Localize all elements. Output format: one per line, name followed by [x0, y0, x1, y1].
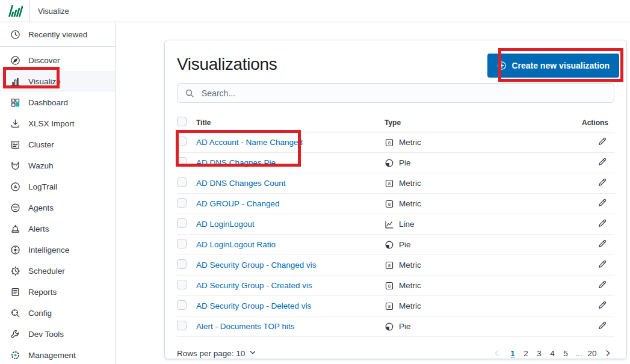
create-new-visualization-button[interactable]: Create new visualization	[487, 54, 619, 78]
metric-icon: 8	[384, 179, 394, 188]
pie-icon	[384, 158, 394, 168]
row-checkbox[interactable]	[177, 321, 187, 330]
sidebar-item-dashboard[interactable]: Dashboard	[0, 92, 115, 113]
sidebar-item-label: LogTrail	[28, 182, 57, 191]
row-checkbox[interactable]	[177, 177, 187, 187]
sidebar-item-label: Discover	[28, 56, 60, 65]
row-checkbox[interactable]	[177, 259, 187, 269]
edit-button[interactable]	[596, 217, 608, 231]
scheduler-icon	[10, 266, 20, 276]
column-header-type[interactable]: Type	[384, 119, 566, 127]
sidebar-item-scheduler[interactable]: Scheduler	[0, 261, 115, 282]
globe-icon	[10, 245, 20, 255]
page-number-3[interactable]: 3	[533, 346, 546, 360]
reports-icon	[10, 287, 20, 297]
visualization-title-link[interactable]: AD GROUP - Changed	[196, 199, 280, 208]
visualization-title-link[interactable]: AD Security Group - Deleted vis	[196, 301, 311, 310]
page-number-5[interactable]: 5	[559, 346, 572, 360]
row-checkbox[interactable]	[177, 218, 187, 228]
search-icon	[185, 88, 194, 98]
chevron-down-icon	[249, 348, 257, 359]
visualization-title-link[interactable]: AD Security Group - Changed vis	[196, 261, 317, 270]
visualization-title-link[interactable]: AD Account - Name Changed	[196, 138, 303, 147]
sidebar-item-management[interactable]: Management	[0, 345, 115, 364]
sidebar-item-visualize[interactable]: Visualize	[0, 71, 115, 92]
edit-button[interactable]	[596, 176, 608, 190]
topbar-divider	[29, 0, 30, 22]
pencil-icon	[598, 218, 607, 228]
page-number-2[interactable]: 2	[519, 346, 533, 360]
sidebar-item-cluster[interactable]: Cluster	[0, 134, 115, 155]
pencil-icon	[598, 157, 607, 167]
sidebar-nav: Recently viewedDiscoverVisualizeDashboar…	[0, 22, 116, 364]
edit-button[interactable]	[596, 319, 608, 333]
rows-per-page-selector[interactable]: Rows per page: 10	[177, 348, 257, 359]
select-all-checkbox[interactable]	[177, 117, 187, 126]
sidebar-item-label: Visualize	[28, 77, 61, 86]
edit-button[interactable]	[596, 197, 608, 211]
topbar-app-title: Visualize	[38, 7, 69, 16]
edit-button[interactable]	[596, 135, 608, 149]
visualization-title-link[interactable]: AD Security Group - Created vis	[196, 281, 312, 290]
sidebar-item-wazuh[interactable]: Wazuh	[0, 155, 115, 176]
table-row: AD LoginLogout RatioPie	[177, 235, 614, 255]
type-cell: 8Metric	[384, 138, 566, 147]
sidebar-item-alerts[interactable]: Alerts	[0, 218, 115, 239]
visualization-title-link[interactable]: AD LoginLogout Ratio	[196, 240, 276, 249]
sidebar-item-dev-tools[interactable]: Dev Tools	[0, 324, 115, 345]
chevron-right-icon[interactable]	[601, 349, 614, 357]
type-cell: 8Metric	[384, 179, 566, 188]
row-checkbox[interactable]	[177, 300, 187, 310]
sidebar-item-config[interactable]: Config	[0, 303, 115, 324]
search-input[interactable]	[200, 88, 607, 99]
row-checkbox[interactable]	[177, 137, 187, 146]
row-checkbox[interactable]	[177, 280, 187, 289]
visualization-title-link[interactable]: AD LoginLogout	[196, 220, 255, 229]
row-checkbox[interactable]	[177, 239, 187, 248]
edit-button[interactable]	[596, 238, 608, 251]
rows-per-page-label: Rows per page: 10	[177, 349, 245, 358]
visualization-title-link[interactable]: Alert - Documents TOP hits	[196, 322, 295, 331]
edit-button[interactable]	[596, 299, 608, 313]
chevron-left-icon[interactable]	[490, 349, 504, 357]
dashboard-icon	[10, 97, 20, 108]
download-icon	[10, 119, 20, 129]
svg-text:8: 8	[388, 283, 391, 289]
cluster-icon	[10, 140, 20, 150]
column-header-title[interactable]: Title	[196, 119, 384, 127]
sidebar-item-logtrail[interactable]: ALogTrail	[0, 176, 115, 197]
edit-button[interactable]	[596, 258, 608, 272]
sidebar-item-agents[interactable]: Agents	[0, 197, 115, 218]
table-row: AD Security Group - Changed vis8Metric	[177, 255, 614, 276]
visualization-title-link[interactable]: AD DNS Chagnes Pie	[196, 158, 276, 167]
visualization-title-link[interactable]: AD DNS Changes Count	[196, 179, 286, 188]
page-number-1[interactable]: 1	[506, 346, 519, 360]
metric-icon: 8	[384, 261, 394, 270]
sidebar-item-label: Management	[28, 351, 76, 360]
row-checkbox[interactable]	[177, 157, 187, 167]
sidebar-item-label: Alerts	[28, 224, 49, 233]
metric-icon: 8	[384, 301, 394, 311]
type-label: Pie	[399, 158, 411, 167]
edit-button[interactable]	[596, 279, 608, 292]
sidebar-item-xlsx-import[interactable]: XLSX Import	[0, 113, 115, 134]
logtrail-icon: A	[10, 182, 20, 192]
type-cell: Pie	[384, 240, 566, 250]
type-cell: 8Metric	[384, 199, 566, 209]
screen: Visualize Recently viewedDiscoverVisuali…	[0, 0, 630, 364]
edit-button[interactable]	[596, 156, 608, 170]
sidebar-item-recently-viewed[interactable]: Recently viewed	[0, 22, 115, 47]
app-logo-icon[interactable]	[7, 3, 23, 19]
row-checkbox[interactable]	[177, 198, 187, 208]
page-number-20[interactable]: 20	[585, 346, 599, 360]
page-number-4[interactable]: 4	[546, 346, 559, 360]
type-label: Metric	[399, 179, 421, 188]
type-label: Metric	[399, 138, 421, 147]
pagination-ellipsis: ...	[572, 346, 585, 360]
pencil-icon	[598, 300, 607, 310]
sidebar-item-intelligence[interactable]: Intelligence	[0, 239, 115, 261]
svg-text:8: 8	[388, 304, 391, 309]
sidebar-item-discover[interactable]: Discover	[0, 50, 115, 71]
svg-text:8: 8	[388, 263, 391, 268]
sidebar-item-reports[interactable]: Reports	[0, 282, 115, 303]
